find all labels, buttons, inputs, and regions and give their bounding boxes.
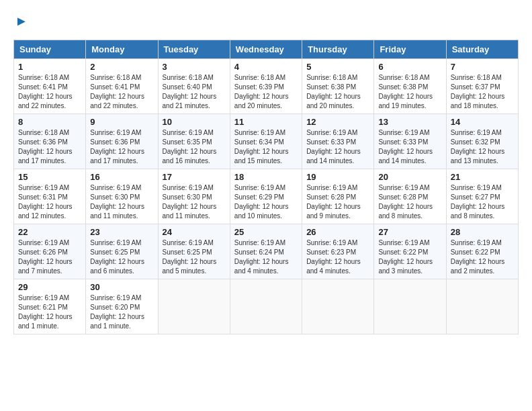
calendar-cell: 27Sunrise: 6:19 AMSunset: 6:22 PMDayligh…	[374, 224, 446, 279]
calendar-cell: 14Sunrise: 6:19 AMSunset: 6:32 PMDayligh…	[446, 114, 518, 169]
calendar-cell: 6Sunrise: 6:18 AMSunset: 6:38 PMDaylight…	[374, 59, 446, 114]
day-info: Sunrise: 6:19 AMSunset: 6:31 PMDaylight:…	[18, 183, 81, 221]
day-info: Sunrise: 6:18 AMSunset: 6:40 PMDaylight:…	[163, 73, 226, 111]
calendar-cell: 19Sunrise: 6:19 AMSunset: 6:28 PMDayligh…	[302, 169, 374, 224]
day-info: Sunrise: 6:19 AMSunset: 6:35 PMDaylight:…	[163, 128, 226, 166]
calendar-cell: 23Sunrise: 6:19 AMSunset: 6:25 PMDayligh…	[86, 224, 158, 279]
calendar-cell: 15Sunrise: 6:19 AMSunset: 6:31 PMDayligh…	[14, 169, 86, 224]
day-info: Sunrise: 6:18 AMSunset: 6:37 PMDaylight:…	[451, 73, 514, 111]
calendar-cell: 21Sunrise: 6:19 AMSunset: 6:27 PMDayligh…	[446, 169, 518, 224]
day-number: 4	[234, 62, 298, 72]
day-info: Sunrise: 6:18 AMSunset: 6:41 PMDaylight:…	[90, 73, 153, 111]
day-info: Sunrise: 6:19 AMSunset: 6:26 PMDaylight:…	[18, 238, 81, 276]
day-info: Sunrise: 6:19 AMSunset: 6:22 PMDaylight:…	[451, 238, 514, 276]
calendar-cell: 18Sunrise: 6:19 AMSunset: 6:29 PMDayligh…	[230, 169, 302, 224]
day-number: 21	[451, 172, 514, 182]
day-number: 12	[306, 117, 369, 127]
day-info: Sunrise: 6:19 AMSunset: 6:24 PMDaylight:…	[234, 238, 298, 276]
calendar-cell: 30Sunrise: 6:19 AMSunset: 6:20 PMDayligh…	[86, 279, 158, 334]
calendar-cell: 25Sunrise: 6:19 AMSunset: 6:24 PMDayligh…	[230, 224, 302, 279]
calendar-cell: 20Sunrise: 6:19 AMSunset: 6:28 PMDayligh…	[374, 169, 446, 224]
day-number: 24	[163, 227, 226, 237]
day-number: 10	[163, 117, 226, 127]
calendar-cell: 13Sunrise: 6:19 AMSunset: 6:33 PMDayligh…	[374, 114, 446, 169]
day-number: 16	[90, 172, 153, 182]
calendar-cell: 29Sunrise: 6:19 AMSunset: 6:21 PMDayligh…	[14, 279, 86, 334]
day-info: Sunrise: 6:19 AMSunset: 6:20 PMDaylight:…	[90, 293, 153, 331]
logo-arrow-icon: ►	[15, 13, 28, 29]
day-number: 22	[18, 227, 81, 237]
calendar-cell: 2Sunrise: 6:18 AMSunset: 6:41 PMDaylight…	[86, 59, 158, 114]
calendar-cell: 22Sunrise: 6:19 AMSunset: 6:26 PMDayligh…	[14, 224, 86, 279]
day-info: Sunrise: 6:19 AMSunset: 6:33 PMDaylight:…	[306, 128, 369, 166]
day-number: 3	[163, 62, 226, 72]
calendar-header-friday: Friday	[374, 40, 446, 59]
calendar-cell	[230, 279, 302, 334]
day-number: 2	[90, 62, 153, 72]
calendar-cell	[158, 279, 230, 334]
calendar-cell: 28Sunrise: 6:19 AMSunset: 6:22 PMDayligh…	[446, 224, 518, 279]
day-number: 29	[18, 282, 81, 292]
calendar-cell	[302, 279, 374, 334]
day-info: Sunrise: 6:19 AMSunset: 6:30 PMDaylight:…	[90, 183, 153, 221]
day-info: Sunrise: 6:19 AMSunset: 6:21 PMDaylight:…	[18, 293, 81, 331]
day-info: Sunrise: 6:19 AMSunset: 6:22 PMDaylight:…	[378, 238, 441, 276]
day-info: Sunrise: 6:19 AMSunset: 6:34 PMDaylight:…	[234, 128, 298, 166]
day-info: Sunrise: 6:19 AMSunset: 6:25 PMDaylight:…	[90, 238, 153, 276]
day-info: Sunrise: 6:19 AMSunset: 6:30 PMDaylight:…	[163, 183, 226, 221]
day-number: 5	[306, 62, 369, 72]
calendar-cell: 4Sunrise: 6:18 AMSunset: 6:39 PMDaylight…	[230, 59, 302, 114]
day-number: 19	[306, 172, 369, 182]
day-info: Sunrise: 6:19 AMSunset: 6:29 PMDaylight:…	[234, 183, 298, 221]
calendar-cell: 17Sunrise: 6:19 AMSunset: 6:30 PMDayligh…	[158, 169, 230, 224]
calendar-cell: 12Sunrise: 6:19 AMSunset: 6:33 PMDayligh…	[302, 114, 374, 169]
day-number: 8	[18, 117, 81, 127]
day-number: 17	[163, 172, 226, 182]
calendar-cell: 1Sunrise: 6:18 AMSunset: 6:41 PMDaylight…	[14, 59, 86, 114]
calendar-cell: 9Sunrise: 6:19 AMSunset: 6:36 PMDaylight…	[86, 114, 158, 169]
calendar-cell: 3Sunrise: 6:18 AMSunset: 6:40 PMDaylight…	[158, 59, 230, 114]
day-number: 18	[234, 172, 298, 182]
day-number: 1	[18, 62, 81, 72]
calendar-header-tuesday: Tuesday	[158, 40, 230, 59]
day-number: 14	[451, 117, 514, 127]
day-number: 23	[90, 227, 153, 237]
calendar-cell: 11Sunrise: 6:19 AMSunset: 6:34 PMDayligh…	[230, 114, 302, 169]
day-number: 6	[378, 62, 441, 72]
day-number: 27	[378, 227, 441, 237]
day-number: 7	[451, 62, 514, 72]
calendar-cell: 8Sunrise: 6:18 AMSunset: 6:36 PMDaylight…	[14, 114, 86, 169]
day-info: Sunrise: 6:19 AMSunset: 6:27 PMDaylight:…	[451, 183, 514, 221]
calendar-cell: 26Sunrise: 6:19 AMSunset: 6:23 PMDayligh…	[302, 224, 374, 279]
calendar-cell	[446, 279, 518, 334]
day-info: Sunrise: 6:19 AMSunset: 6:33 PMDaylight:…	[378, 128, 441, 166]
day-number: 26	[306, 227, 369, 237]
day-info: Sunrise: 6:19 AMSunset: 6:28 PMDaylight:…	[306, 183, 369, 221]
day-info: Sunrise: 6:19 AMSunset: 6:23 PMDaylight:…	[306, 238, 369, 276]
day-info: Sunrise: 6:19 AMSunset: 6:25 PMDaylight:…	[163, 238, 226, 276]
calendar-header-wednesday: Wednesday	[230, 40, 302, 59]
day-number: 28	[451, 227, 514, 237]
calendar-cell: 7Sunrise: 6:18 AMSunset: 6:37 PMDaylight…	[446, 59, 518, 114]
calendar-cell: 24Sunrise: 6:19 AMSunset: 6:25 PMDayligh…	[158, 224, 230, 279]
day-number: 11	[234, 117, 298, 127]
day-number: 9	[90, 117, 153, 127]
calendar-header-saturday: Saturday	[446, 40, 518, 59]
day-number: 13	[378, 117, 441, 127]
day-number: 20	[378, 172, 441, 182]
day-info: Sunrise: 6:19 AMSunset: 6:36 PMDaylight:…	[90, 128, 153, 166]
calendar-header-monday: Monday	[86, 40, 158, 59]
day-info: Sunrise: 6:18 AMSunset: 6:38 PMDaylight:…	[378, 73, 441, 111]
calendar-cell	[374, 279, 446, 334]
calendar-header-thursday: Thursday	[302, 40, 374, 59]
day-number: 25	[234, 227, 298, 237]
day-info: Sunrise: 6:19 AMSunset: 6:28 PMDaylight:…	[378, 183, 441, 221]
page-header: ►	[13, 13, 519, 29]
day-number: 30	[90, 282, 153, 292]
calendar-cell: 16Sunrise: 6:19 AMSunset: 6:30 PMDayligh…	[86, 169, 158, 224]
calendar-table: SundayMondayTuesdayWednesdayThursdayFrid…	[13, 40, 519, 334]
day-info: Sunrise: 6:18 AMSunset: 6:41 PMDaylight:…	[18, 73, 81, 111]
calendar-cell: 5Sunrise: 6:18 AMSunset: 6:38 PMDaylight…	[302, 59, 374, 114]
day-info: Sunrise: 6:18 AMSunset: 6:38 PMDaylight:…	[306, 73, 369, 111]
calendar-header-sunday: Sunday	[14, 40, 86, 59]
